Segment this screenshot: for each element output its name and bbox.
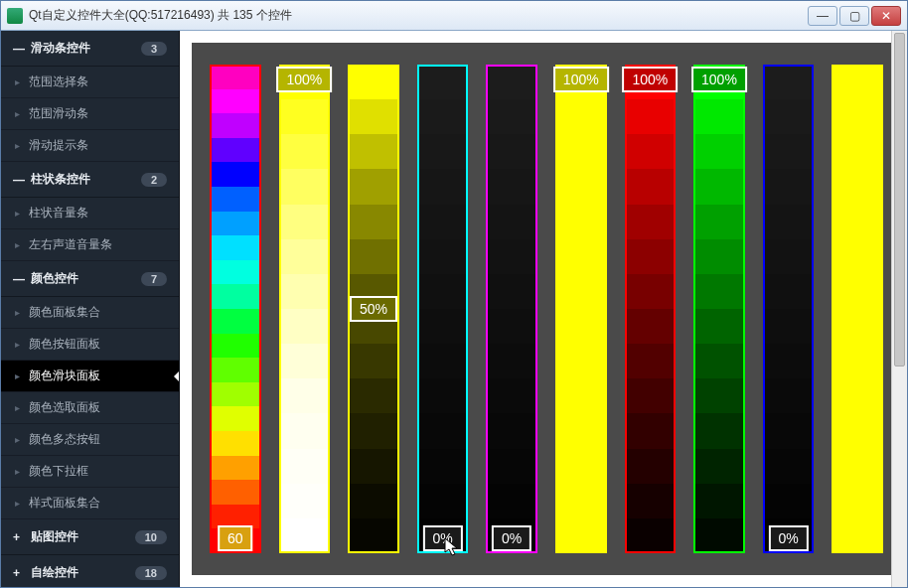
slider-frame — [555, 65, 607, 553]
slider-value-label: 60 — [218, 525, 253, 551]
slider-frame — [486, 65, 537, 553]
sidebar-item[interactable]: 颜色下拉框 — [1, 456, 179, 488]
sidebar-item-label: 滑动提示条 — [29, 137, 88, 154]
scrollbar-thumb[interactable] — [894, 33, 905, 367]
minimize-button[interactable]: — — [808, 6, 837, 26]
group-label: 颜色控件 — [31, 270, 78, 287]
color-slider[interactable]: 100% — [279, 65, 331, 553]
group-label: 自绘控件 — [31, 564, 78, 581]
color-slider[interactable]: 60 — [210, 65, 261, 553]
sidebar-item-label: 颜色滑块面板 — [29, 368, 100, 384]
app-window: Qt自定义控件大全(QQ:517216493) 共 135 个控件 — ▢ ✕ … — [0, 0, 908, 588]
sidebar-group-header[interactable]: —柱状条控件2 — [1, 162, 179, 198]
sidebar-item[interactable]: 颜色选取面板 — [1, 392, 179, 424]
color-slider[interactable]: 100% — [625, 65, 677, 553]
slider-value-label: 0% — [768, 525, 808, 551]
count-badge: 7 — [141, 272, 167, 286]
slider-frame — [417, 65, 469, 553]
sidebar-item-label: 范围选择条 — [29, 74, 88, 90]
slider-frame — [832, 65, 883, 553]
slider-value-label: 50% — [350, 296, 397, 322]
slider-frame — [625, 65, 677, 553]
slider-frame — [279, 65, 331, 553]
group-label: 贴图控件 — [31, 528, 78, 545]
sidebar-item-label: 颜色面板集合 — [29, 304, 100, 321]
color-slider[interactable]: 0% — [486, 65, 537, 553]
expand-icon: — — [13, 272, 23, 286]
sidebar-item-label: 颜色多态按钮 — [29, 431, 100, 448]
expand-icon: — — [13, 173, 23, 187]
sidebar-item[interactable]: 左右声道音量条 — [1, 229, 179, 261]
sidebar-item-label: 左右声道音量条 — [29, 236, 112, 253]
sidebar-item-label: 柱状音量条 — [29, 205, 88, 221]
expand-icon: + — [13, 530, 23, 544]
titlebar: Qt自定义控件大全(QQ:517216493) 共 135 个控件 — ▢ ✕ — [1, 1, 907, 31]
body: —滑动条控件3范围选择条范围滑动条滑动提示条—柱状条控件2柱状音量条左右声道音量… — [1, 31, 907, 587]
expand-icon: + — [13, 566, 23, 580]
slider-value-label: 100% — [691, 67, 747, 92]
preview-canvas: 60100%50%0%0%100%100%100%0% — [192, 43, 895, 575]
slider-value-label: 0% — [492, 525, 531, 551]
sidebar-group-header[interactable]: —颜色控件7 — [1, 261, 179, 297]
sidebar-item[interactable]: 样式面板集合 — [1, 488, 179, 519]
sidebar-item[interactable]: 颜色按钮面板 — [1, 329, 179, 361]
sidebar-item-label: 颜色按钮面板 — [29, 336, 100, 353]
sidebar-item-label: 颜色选取面板 — [29, 399, 100, 416]
color-slider[interactable] — [832, 65, 883, 553]
sidebar-item[interactable]: 颜色面板集合 — [1, 297, 179, 329]
count-badge: 3 — [141, 42, 167, 56]
main-scrollbar[interactable] — [891, 31, 907, 587]
sidebar-group-header[interactable]: +自绘控件18 — [1, 555, 179, 587]
sidebar-item-label: 样式面板集合 — [29, 495, 100, 512]
expand-icon: — — [13, 42, 23, 56]
sidebar-item[interactable]: 颜色滑块面板 — [1, 361, 179, 392]
sidebar-group-header[interactable]: —滑动条控件3 — [1, 31, 179, 67]
main-area: 60100%50%0%0%100%100%100%0% — [180, 31, 907, 587]
slider-frame — [763, 65, 815, 553]
count-badge: 2 — [141, 173, 167, 187]
slider-value-label: 100% — [553, 67, 609, 92]
color-slider[interactable]: 0% — [417, 65, 469, 553]
sidebar-item-label: 颜色下拉框 — [29, 463, 88, 480]
slider-value-label: 100% — [276, 67, 332, 92]
count-badge: 10 — [135, 530, 167, 544]
group-label: 滑动条控件 — [31, 40, 90, 57]
color-slider[interactable]: 0% — [763, 65, 815, 553]
color-slider[interactable]: 50% — [348, 65, 399, 553]
sidebar[interactable]: —滑动条控件3范围选择条范围滑动条滑动提示条—柱状条控件2柱状音量条左右声道音量… — [1, 31, 180, 587]
sidebar-item-label: 范围滑动条 — [29, 105, 88, 122]
sidebar-item[interactable]: 柱状音量条 — [1, 198, 179, 229]
sidebar-item[interactable]: 范围滑动条 — [1, 98, 179, 130]
sidebar-item[interactable]: 滑动提示条 — [1, 130, 179, 162]
maximize-button[interactable]: ▢ — [839, 6, 869, 26]
sidebar-item[interactable]: 范围选择条 — [1, 67, 179, 98]
count-badge: 18 — [135, 566, 167, 580]
group-label: 柱状条控件 — [31, 171, 90, 188]
slider-frame — [210, 65, 261, 553]
color-slider[interactable]: 100% — [693, 65, 745, 553]
close-button[interactable]: ✕ — [871, 6, 901, 26]
app-icon — [7, 8, 23, 24]
color-bars: 60100%50%0%0%100%100%100%0% — [210, 65, 883, 553]
slider-value-label: 100% — [622, 67, 678, 92]
sidebar-group-header[interactable]: +贴图控件10 — [1, 519, 179, 555]
window-title: Qt自定义控件大全(QQ:517216493) 共 135 个控件 — [29, 7, 808, 24]
sidebar-item[interactable]: 颜色多态按钮 — [1, 424, 179, 456]
slider-frame — [693, 65, 745, 553]
slider-value-label: 0% — [422, 525, 462, 551]
color-slider[interactable]: 100% — [555, 65, 607, 553]
window-buttons: — ▢ ✕ — [808, 6, 901, 26]
